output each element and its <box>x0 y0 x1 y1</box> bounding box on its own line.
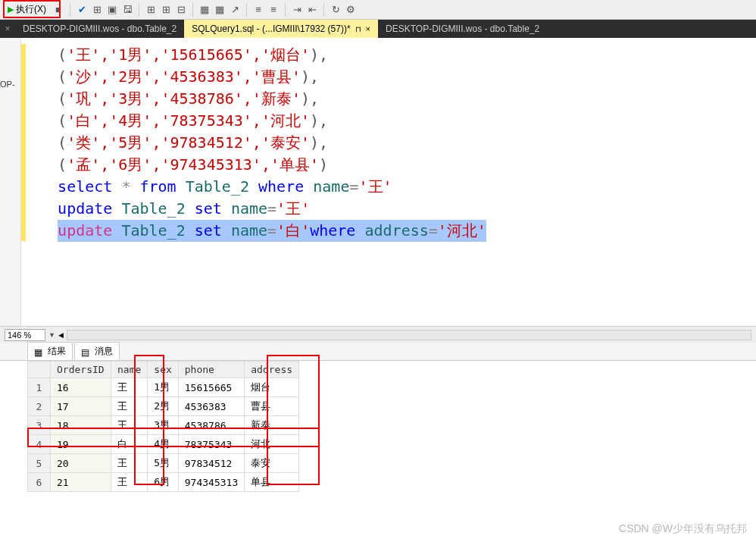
col-name[interactable]: name <box>111 362 148 378</box>
close-icon[interactable]: × <box>366 24 370 33</box>
code-line: ('白','4男','78375343','河北'), <box>32 110 756 132</box>
separator <box>139 3 139 17</box>
code-line: ('沙','2男','4536383','曹县'), <box>32 66 756 88</box>
scroll-left-icon[interactable]: ◀ <box>58 331 64 339</box>
settings-icon[interactable]: ⚙ <box>345 4 357 16</box>
code-line: update Table_2 set name='白'where address… <box>32 220 756 242</box>
separator <box>285 3 286 17</box>
message-icon: ▤ <box>81 347 92 356</box>
window-icon[interactable]: ▣ <box>106 4 118 16</box>
indent-icon[interactable]: ≡ <box>252 4 264 16</box>
results-grid[interactable]: OrdersID name sex phone address 116王1男15… <box>27 361 299 492</box>
disk-icon[interactable]: ⊟ <box>175 4 187 16</box>
execute-button[interactable]: ▶ 执行(X) <box>5 2 49 17</box>
tab-table1[interactable]: DESKTOP-DIGMIII.wos - dbo.Table_2 <box>15 20 184 38</box>
code-line: ('类','5男','97834512','泰安'), <box>32 132 756 154</box>
chevron-down-icon[interactable]: ▼ <box>48 331 55 339</box>
tab-strip: × DESKTOP-DIGMIII.wos - dbo.Table_2 SQLQ… <box>0 20 756 38</box>
step-icon[interactable]: ⇥ <box>291 4 303 16</box>
code-line: update Table_2 set name='王' <box>32 198 756 220</box>
grid-icon[interactable]: ▦ <box>198 4 211 16</box>
tab-label: 结果 <box>48 345 66 358</box>
pin-icon[interactable]: ⊓ <box>355 25 361 33</box>
table-row[interactable]: 318王3男4538786新泰 <box>28 416 299 435</box>
corner-cell <box>28 362 51 378</box>
separator <box>192 3 193 17</box>
left-gutter: OP- <box>0 38 21 326</box>
close-panel-icon[interactable]: × <box>0 20 15 38</box>
tab-label: SQLQuery1.sql - (...IGMIII\17932 (57))* <box>192 23 350 34</box>
save-icon[interactable]: 🖫 <box>121 4 133 16</box>
separator <box>246 3 247 17</box>
results-grid-wrap: OrdersID name sex phone address 116王1男15… <box>0 361 756 492</box>
col-address[interactable]: address <box>245 362 299 378</box>
change-marker <box>21 44 26 241</box>
tab-messages[interactable]: ▤消息 <box>74 342 120 361</box>
results-tabs: ▦结果 ▤消息 <box>0 343 756 361</box>
separator <box>323 3 324 17</box>
code-line: ('孟','6男','974345313','单县') <box>32 154 756 176</box>
table-row[interactable]: 419白4男78375343河北 <box>28 435 299 454</box>
zoom-bar: ▼ ◀ <box>0 326 756 343</box>
db-diagram-icon[interactable]: ⊞ <box>91 4 103 16</box>
grid-icon: ▦ <box>34 347 45 356</box>
schema-icon[interactable]: ⊞ <box>145 4 157 16</box>
code-line: ('巩','3男','4538786','新泰'), <box>32 88 756 110</box>
step2-icon[interactable]: ⇤ <box>306 4 318 16</box>
tab-label: 消息 <box>95 345 113 358</box>
stop-icon[interactable]: ■ <box>52 4 64 16</box>
tab-label: DESKTOP-DIGMIII.wos - dbo.Table_2 <box>386 23 539 34</box>
tab-results[interactable]: ▦结果 <box>27 342 73 361</box>
tab-query[interactable]: SQLQuery1.sql - (...IGMIII\17932 (57))*⊓… <box>184 20 378 38</box>
execute-label: 执行(X) <box>16 3 46 16</box>
col-phone[interactable]: phone <box>178 362 244 378</box>
col-ordersid[interactable]: OrdersID <box>51 362 111 378</box>
tab-label: DESKTOP-DIGMIII.wos - dbo.Table_2 <box>23 23 177 34</box>
table-row[interactable]: 217王2男4536383曹县 <box>28 397 299 416</box>
schema2-icon[interactable]: ⊞ <box>160 4 172 16</box>
col-sex[interactable]: sex <box>148 362 178 378</box>
op-label: OP- <box>0 80 15 89</box>
toolbar: ▶ 执行(X) ■ ✔ ⊞ ▣ 🖫 ⊞ ⊞ ⊟ ▦ ▦ ↗ ≡ ≡ ⇥ ⇤ ↻ … <box>0 0 756 20</box>
zoom-input[interactable] <box>5 329 45 341</box>
watermark: CSDN @W少年没有乌托邦 <box>619 522 747 536</box>
outdent-icon[interactable]: ≡ <box>267 4 280 16</box>
separator <box>70 3 70 17</box>
code-line: ('王','1男','15615665','烟台'), <box>32 44 756 66</box>
table-row[interactable]: 116王1男15615665烟台 <box>28 378 299 397</box>
play-icon: ▶ <box>8 5 14 14</box>
horizontal-scrollbar[interactable] <box>67 330 751 340</box>
editor-area: OP- ('王','1男','15615665','烟台'), ('沙','2男… <box>0 38 756 326</box>
check-icon[interactable]: ✔ <box>76 4 88 16</box>
header-row: OrdersID name sex phone address <box>28 362 299 378</box>
tab-table2[interactable]: DESKTOP-DIGMIII.wos - dbo.Table_2 <box>378 20 547 38</box>
table-row[interactable]: 520王5男97834512泰安 <box>28 454 299 473</box>
code-editor[interactable]: ('王','1男','15615665','烟台'), ('沙','2男','4… <box>21 38 756 326</box>
arrow-icon[interactable]: ↗ <box>229 4 241 16</box>
grid2-icon[interactable]: ▦ <box>214 4 226 16</box>
refresh-icon[interactable]: ↻ <box>330 4 342 16</box>
table-row[interactable]: 621王6男974345313单县 <box>28 473 299 492</box>
code-line: select * from Table_2 where name='王' <box>32 176 756 198</box>
